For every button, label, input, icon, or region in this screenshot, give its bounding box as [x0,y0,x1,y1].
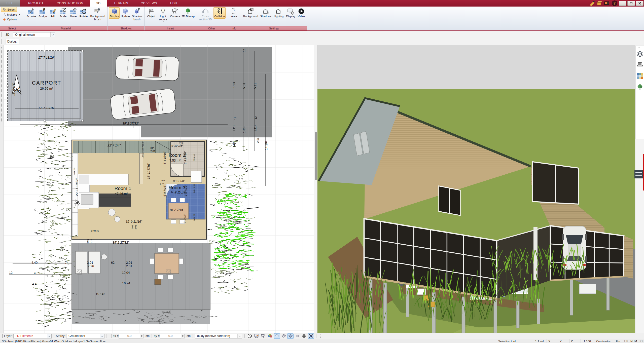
shadow-brush-button[interactable]: Shadow brush [131,7,143,21]
view-type-label: 3D [6,33,9,36]
furniture-icon[interactable] [636,61,643,68]
shadows-display-button[interactable]: Display [109,7,120,19]
unit-indicator: Centimetre [594,339,613,343]
clock-icon[interactable] [246,333,253,339]
tab-3d[interactable]: 3D [90,0,107,7]
floor-plan-canvas[interactable] [4,45,314,333]
move-button[interactable]: Move [68,7,78,19]
settings-background-button[interactable]: Background [242,7,259,19]
materials-icon[interactable] [636,72,643,80]
help-icon[interactable]: ? [612,1,618,6]
background-brush-button[interactable]: Background brush [89,7,106,21]
select-button[interactable]: Select [1,7,17,12]
coord-mode-select[interactable]: dx,dy (relative cartesian) [195,334,242,338]
terrain-select-chevron-icon[interactable] [50,32,55,37]
light-source-dropdown-arrow [162,21,164,22]
vertical-scrollbar-thumb[interactable] [315,132,317,180]
settings-shadows-button[interactable]: Shadows [259,7,272,19]
options-button[interactable]: Options [1,17,18,21]
tab-edit[interactable]: EDIT [164,0,184,7]
status-grip-1[interactable] [2,334,3,338]
rotate-icon [80,8,87,15]
area-button[interactable]: ? Area [228,7,240,19]
update-cube-icon [122,8,129,15]
roof-view-icon[interactable] [274,333,280,339]
ribbon-group-settings: Background Shadows Lighting Display Vide… [241,7,307,30]
storey-select[interactable]: Ground floor [66,334,104,338]
settings-display-button[interactable]: Display [285,7,296,19]
collision-button[interactable]: Collision [213,7,226,19]
floor-plan-pane[interactable]: 17' 7 13/16"CARPORT26.95 m²16' 5 1/4"N17… [4,45,314,333]
tab-project[interactable]: PROJECT [22,0,50,7]
ribbon-empty-space [307,7,644,30]
north-icon[interactable]: N [308,333,314,339]
bitmap-3d-button[interactable]: 3D-Bitmap [181,7,195,19]
area-icon: ? [231,8,237,15]
panel-dock-handle[interactable] [634,170,643,178]
dy-spinner[interactable] [181,334,185,338]
close-button[interactable] [636,1,643,6]
ribbon-group-shadows: Display Update Shadow brush Shadows [108,7,145,30]
presentation-icon[interactable] [604,1,610,6]
tab-2d-views[interactable]: 2D VIEWS [135,0,164,7]
status-grip-3[interactable] [244,334,245,338]
dialog-label: Dialog: [6,39,19,44]
dialog-bar-grip[interactable] [1,39,2,44]
tile-diamond-icon[interactable] [287,333,294,339]
layer-select-chevron-icon[interactable] [47,334,51,338]
ein-indicator: Ein [613,339,623,343]
viewport-3d-pane[interactable] [317,45,635,333]
tab-construction[interactable]: CONSTRUCTION [50,0,90,7]
plan-toolbar-grip[interactable] [1,47,2,123]
right-panel-grip[interactable] [636,47,643,48]
toolbar-grip[interactable] [1,32,2,37]
dx-spinner[interactable] [140,334,144,338]
cross-section-3d-button[interactable]: Cross section 3D [198,7,213,21]
select-cursor-icon [3,8,6,11]
render-screen-icon[interactable] [253,333,260,339]
scale-button[interactable]: Scale [58,7,68,19]
grid-icon[interactable] [301,333,307,339]
multiple-button[interactable]: Multiple [1,12,21,17]
roof-layers-icon[interactable] [636,50,643,57]
terrain-select[interactable]: Original terrain [13,32,55,37]
vertical-scrollbar[interactable] [314,45,317,333]
status-grip-2[interactable] [111,334,112,338]
light-source-button[interactable]: Light source [157,7,169,22]
edit-material-button[interactable]: Edit [48,7,57,19]
tab-terrain[interactable]: TERRAIN [107,0,135,7]
settings-lighting-button[interactable]: Lighting [273,7,284,19]
application-window: FILE PROJECT CONSTRUCTION 3D TERRAIN 2D … [0,0,644,343]
shadows-update-button[interactable]: Update [120,7,130,19]
tab-file[interactable]: FILE [0,0,20,7]
texture-stack-icon[interactable] [267,333,273,339]
object-bench-icon [148,8,155,15]
object-button[interactable]: Object [146,7,157,19]
multiple-select-icon [2,13,6,16]
dy-input[interactable] [160,334,181,338]
rotate-button[interactable]: Rotate [79,7,89,19]
main-area: 17' 7 13/16"CARPORT26.95 m²16' 5 1/4"N17… [0,45,644,333]
background-brush-icon [94,8,101,15]
camera-button[interactable]: Camera [169,7,181,19]
red-edge-indicator [643,154,644,190]
acquire-button[interactable]: Acquire [25,7,37,19]
restore-button[interactable] [627,1,635,6]
minimize-button[interactable] [619,1,626,6]
tools-icon[interactable] [589,1,595,6]
overflow-menu-icon[interactable] [320,334,321,338]
roof-hatch-icon[interactable] [280,333,287,339]
storey-select-chevron-icon[interactable] [100,334,104,338]
coord-mode-chevron-icon[interactable] [237,334,242,338]
record-camera-icon[interactable] [260,333,266,339]
viewport-3d-canvas[interactable] [317,45,635,333]
dx-input[interactable] [119,334,140,338]
video-button[interactable]: Video [297,7,306,19]
svg-text:N: N [310,335,312,337]
plants-icon[interactable] [636,84,643,91]
right-corner-wood [624,236,633,279]
package-icon[interactable] [596,1,602,6]
layer-sheets-icon[interactable] [294,333,300,339]
assign-button[interactable]: Assign [38,7,48,19]
layer-select[interactable]: 2D-Elemente [13,334,52,338]
